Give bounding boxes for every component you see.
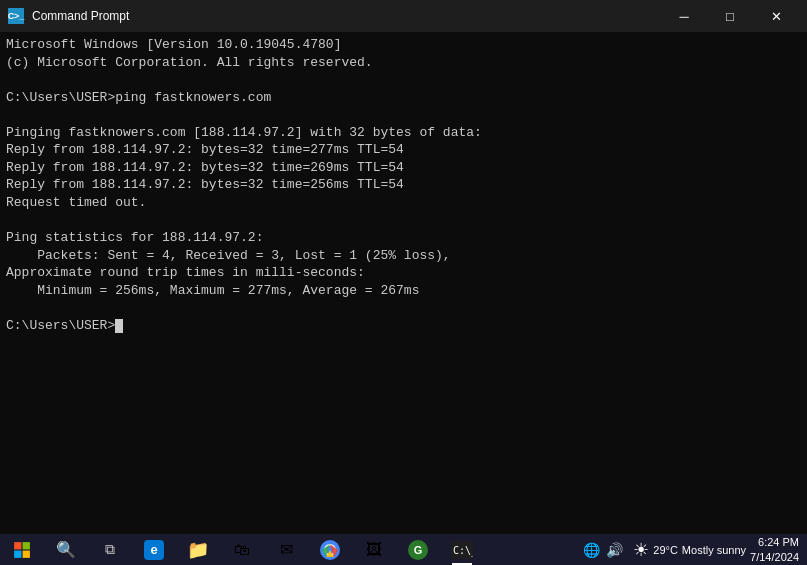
svg-rect-0 — [14, 542, 21, 549]
mail-icon: ✉ — [276, 540, 296, 560]
window-controls: ─ □ ✕ — [661, 0, 799, 32]
cmd-icon: C>_ — [8, 8, 24, 24]
taskbar-apps: e 📁 🛍 ✉ — [132, 534, 484, 565]
store-icon: 🛍 — [232, 540, 252, 560]
svg-rect-3 — [23, 550, 30, 557]
taskbar-app-cmd[interactable]: C:\_ — [440, 534, 484, 565]
minimize-button[interactable]: ─ — [661, 0, 707, 32]
title-bar: C>_ Command Prompt ─ □ ✕ — [0, 0, 807, 32]
task-view-button[interactable]: ⧉ — [88, 534, 132, 565]
system-tray: 🌐 🔊 — [583, 542, 623, 558]
clock-date: 7/14/2024 — [750, 550, 799, 564]
taskbar: 🔍 ⧉ e 📁 🛍 ✉ — [0, 534, 807, 565]
explorer-icon: 📁 — [188, 540, 208, 560]
terminal-output: Microsoft Windows [Version 10.0.19045.47… — [6, 36, 801, 334]
taskbar-app-photos[interactable]: 🖼 — [352, 534, 396, 565]
taskbar-app-chrome[interactable] — [308, 534, 352, 565]
svg-text:C:\_: C:\_ — [453, 545, 473, 557]
green-app-icon: G — [408, 540, 428, 560]
search-button[interactable]: 🔍 — [44, 534, 88, 565]
weather-icon: ☀ — [633, 539, 649, 561]
svg-rect-1 — [23, 542, 30, 549]
clock-time: 6:24 PM — [750, 535, 799, 549]
taskbar-app-green[interactable]: G — [396, 534, 440, 565]
tray-network-icon: 🌐 — [583, 542, 600, 558]
close-button[interactable]: ✕ — [753, 0, 799, 32]
title-bar-left: C>_ Command Prompt — [8, 8, 129, 24]
maximize-button[interactable]: □ — [707, 0, 753, 32]
chrome-icon — [320, 540, 340, 560]
weather-temp: 29°C — [653, 544, 678, 556]
taskbar-app-mail[interactable]: ✉ — [264, 534, 308, 565]
taskbar-left: 🔍 ⧉ e 📁 🛍 ✉ — [0, 534, 484, 565]
taskbar-app-store[interactable]: 🛍 — [220, 534, 264, 565]
cmd-taskbar-icon: C:\_ — [451, 541, 473, 559]
clock[interactable]: 6:24 PM 7/14/2024 — [750, 535, 799, 564]
window-title: Command Prompt — [32, 9, 129, 23]
taskbar-app-edge[interactable]: e — [132, 534, 176, 565]
edge-icon: e — [144, 540, 164, 560]
tray-volume-icon: 🔊 — [606, 542, 623, 558]
taskbar-right: 🌐 🔊 ☀ 29°C Mostly sunny 6:24 PM 7/14/202… — [583, 534, 807, 565]
task-view-icon: ⧉ — [100, 540, 120, 560]
search-icon: 🔍 — [56, 540, 76, 560]
start-icon — [12, 540, 32, 560]
taskbar-app-explorer[interactable]: 📁 — [176, 534, 220, 565]
terminal-window[interactable]: Microsoft Windows [Version 10.0.19045.47… — [0, 32, 807, 534]
weather-widget[interactable]: ☀ 29°C Mostly sunny — [633, 539, 746, 561]
svg-rect-2 — [14, 550, 21, 557]
weather-desc: Mostly sunny — [682, 544, 746, 556]
start-button[interactable] — [0, 534, 44, 565]
photos-icon: 🖼 — [364, 540, 384, 560]
